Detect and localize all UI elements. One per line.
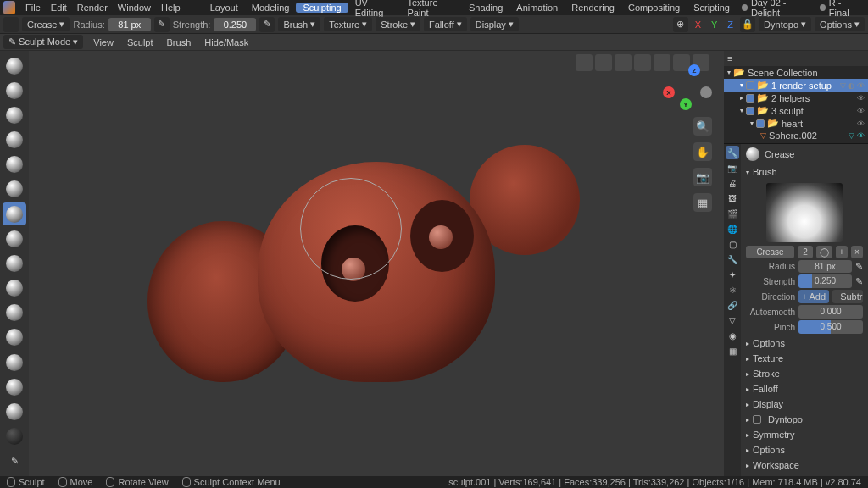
panel-stroke[interactable]: ▸Stroke — [746, 366, 863, 381]
outliner-filter-icon[interactable]: ≡ — [727, 53, 732, 64]
tool-scrape[interactable] — [3, 302, 26, 324]
workspace-tab-sculpting[interactable]: Sculpting — [296, 3, 348, 13]
texture-menu[interactable]: Texture▾ — [324, 17, 372, 31]
brush-menu[interactable]: Brush▾ — [278, 17, 320, 31]
mirror-z-toggle[interactable]: Z — [724, 18, 737, 31]
tool-smooth[interactable] — [3, 227, 26, 250]
workspace-tab-modeling[interactable]: Modeling — [245, 3, 297, 13]
props-tab-render[interactable]: 📷 — [726, 161, 739, 175]
props-tab-object[interactable]: ▢ — [726, 237, 739, 251]
tool-mask[interactable] — [3, 425, 26, 448]
tool-annotate[interactable]: ✎ — [3, 450, 26, 473]
workspace-tab-scripting[interactable]: Scripting — [687, 3, 737, 13]
outliner-item[interactable]: ▾📂1 render setup▽ ◐ 👁 — [724, 79, 868, 92]
menu-edit[interactable]: Edit — [46, 3, 72, 13]
outliner-item[interactable]: ▾📂3 sculpt👁 — [724, 104, 868, 117]
props-tab-mesh[interactable]: ▽ — [726, 313, 739, 327]
direction-add[interactable]: + Add — [798, 290, 829, 303]
menu-render[interactable]: Render — [72, 3, 113, 13]
scene-selector[interactable]: Day 02 - Delight — [737, 0, 815, 18]
hidemask-menu[interactable]: Hide/Mask — [201, 37, 252, 47]
navigation-gizmo[interactable]: X Y Z — [663, 61, 714, 112]
tool-pinch[interactable] — [3, 326, 26, 349]
radius-pressure-icon[interactable]: ✎ — [154, 17, 170, 32]
mirror-pivot-icon[interactable]: ⊕ — [673, 17, 688, 32]
stroke-menu[interactable]: Stroke▾ — [376, 17, 420, 31]
gizmo-toggle-icon[interactable] — [576, 54, 593, 71]
props-tab-particle[interactable]: ✦ — [726, 268, 739, 281]
props-tab-output[interactable]: 🖨 — [726, 176, 739, 190]
shading-wire-icon[interactable] — [634, 54, 651, 71]
props-tab-physics[interactable]: ⚛ — [726, 283, 739, 297]
overlay-toggle-icon[interactable] — [595, 54, 612, 71]
workspace-tab-animation[interactable]: Animation — [509, 3, 565, 13]
tool-inflate[interactable] — [3, 153, 26, 176]
prop-autosmooth[interactable]: 0.000 — [798, 305, 863, 319]
tool-thumb[interactable] — [3, 400, 26, 423]
tool-grab[interactable] — [3, 351, 26, 374]
tool-draw[interactable] — [3, 54, 26, 77]
pan-icon[interactable]: ✋ — [693, 142, 712, 161]
falloff-menu[interactable]: Falloff▾ — [424, 17, 467, 31]
panel-symmetry[interactable]: ▸Symmetry — [746, 427, 863, 442]
sculpt-menu[interactable]: Sculpt — [124, 37, 157, 47]
menu-window[interactable]: Window — [113, 3, 156, 13]
mirror-y-toggle[interactable]: Y — [708, 18, 721, 31]
props-tab-world[interactable]: 🌐 — [726, 222, 739, 236]
outliner-item[interactable]: ▾📂heart👁 — [724, 117, 868, 130]
outliner-scene-collection[interactable]: ▾📂Scene Collection — [724, 66, 868, 79]
tool-flatten[interactable] — [3, 252, 26, 274]
lock-icon[interactable]: 🔒 — [740, 17, 755, 32]
prop-radius[interactable]: 81 px — [798, 260, 852, 273]
panel-options[interactable]: ▸Options — [746, 336, 863, 351]
brush-header-menu[interactable]: Brush — [164, 37, 195, 47]
brush-preset-icon[interactable] — [3, 17, 19, 32]
zoom-icon[interactable]: 🔍 — [693, 117, 712, 136]
menu-help[interactable]: Help — [156, 3, 186, 13]
tool-fill[interactable] — [3, 277, 26, 300]
pressure-icon[interactable]: ✎ — [855, 261, 863, 272]
brush-name-field[interactable]: Crease — [746, 246, 794, 258]
dyntopo-dropdown[interactable]: Dyntopo▾ — [759, 17, 811, 31]
panel-falloff[interactable]: ▸Falloff — [746, 381, 863, 396]
brush-name-dropdown[interactable]: Crease▾ — [22, 17, 70, 31]
strength-field[interactable]: 0.250 — [214, 18, 256, 31]
tool-claystrips[interactable] — [3, 103, 26, 126]
tool-clay[interactable] — [3, 79, 26, 102]
pressure-icon[interactable]: ✎ — [855, 276, 863, 287]
panel-workspace[interactable]: ▸Workspace — [746, 458, 863, 473]
viewlayer-selector[interactable]: R - Final — [815, 0, 865, 18]
prop-strength[interactable]: 0.250 — [798, 274, 852, 288]
options-dropdown[interactable]: Options▾ — [815, 17, 865, 31]
3d-viewport[interactable]: X Y Z 🔍 ✋ 📷 ▦ — [29, 51, 724, 476]
props-tab-scene[interactable]: 🎬 — [726, 207, 739, 220]
perspective-icon[interactable]: ▦ — [693, 193, 712, 212]
tool-snakehook[interactable] — [3, 375, 26, 398]
mirror-x-toggle[interactable]: X — [692, 18, 704, 31]
direction-subtract[interactable]: − Subtr — [832, 290, 863, 303]
menu-file[interactable]: File — [20, 3, 46, 13]
workspace-tab-compositing[interactable]: Compositing — [621, 3, 687, 13]
brush-panel-header[interactable]: ▾Brush — [746, 164, 863, 180]
props-tab-texture[interactable]: ▦ — [726, 344, 739, 358]
workspace-tab-rendering[interactable]: Rendering — [565, 3, 621, 13]
panel-options2[interactable]: ▸Options — [746, 442, 863, 458]
props-tab-tool[interactable]: 🔧 — [726, 146, 739, 159]
fake-user-icon[interactable]: ◯ — [816, 246, 832, 258]
props-tab-viewlayer[interactable]: 🖼 — [726, 191, 739, 205]
tool-blob[interactable] — [3, 178, 26, 201]
display-menu[interactable]: Display▾ — [470, 17, 519, 31]
workspace-tab-layout[interactable]: Layout — [203, 3, 245, 13]
props-tab-material[interactable]: ◉ — [726, 329, 739, 342]
brush-users[interactable]: 2 — [798, 246, 813, 258]
radius-field[interactable]: 81 px — [108, 18, 151, 31]
workspace-tab-uvediting[interactable]: UV Editing — [348, 0, 401, 18]
panel-dyntopo[interactable]: ▸Dyntopo — [746, 412, 863, 427]
brush-thumbnail[interactable] — [766, 183, 843, 242]
tool-layer[interactable] — [3, 129, 26, 152]
prop-pinch[interactable]: 0.500 — [798, 320, 863, 334]
mode-selector[interactable]: ✎ Sculpt Mode ▾ — [3, 35, 83, 49]
strength-pressure-icon[interactable]: ✎ — [259, 17, 275, 32]
xray-toggle-icon[interactable] — [615, 54, 632, 71]
view-menu[interactable]: View — [90, 37, 117, 47]
